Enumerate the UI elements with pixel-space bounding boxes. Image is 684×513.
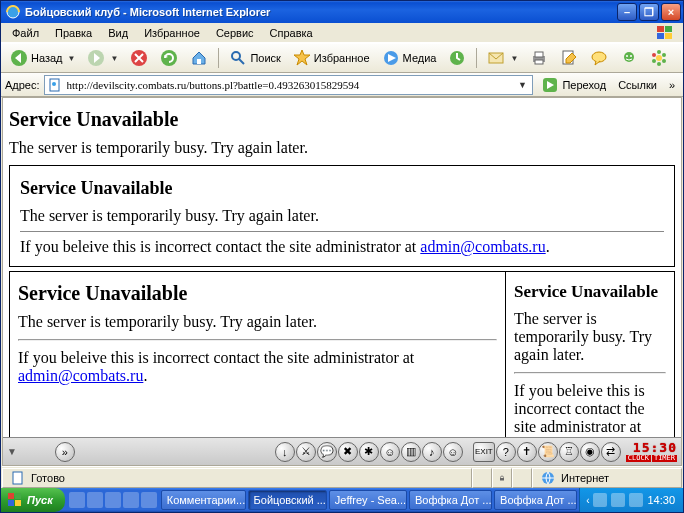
discuss-button[interactable] <box>585 46 613 70</box>
mail-button[interactable]: ▼ <box>482 46 523 70</box>
task-button[interactable]: Воффка Дот ... <box>494 490 577 510</box>
contact-line: If you beleive this is incorrect contact… <box>20 238 664 256</box>
gb-person-icon[interactable]: ☺ <box>380 442 400 462</box>
task-button[interactable]: Воффка Дот ... <box>409 490 492 510</box>
svg-point-19 <box>592 52 606 62</box>
svg-point-21 <box>626 55 628 57</box>
go-button[interactable]: Переход <box>537 76 610 94</box>
home-button[interactable] <box>185 46 213 70</box>
quicklaunch <box>65 492 161 508</box>
refresh-button[interactable] <box>155 46 183 70</box>
gb-chat-icon[interactable]: 💬 <box>317 442 337 462</box>
messenger-button[interactable] <box>615 46 643 70</box>
ql-item[interactable] <box>87 492 103 508</box>
gb-book-icon[interactable]: ▥ <box>401 442 421 462</box>
menu-edit[interactable]: Правка <box>48 25 99 41</box>
status-privacy-icon <box>492 468 512 488</box>
task-button[interactable]: Бойцовский ... <box>248 490 327 510</box>
search-button[interactable]: Поиск <box>224 46 285 70</box>
timer-label[interactable]: TIMER <box>652 455 677 462</box>
address-field-wrap[interactable]: ▼ <box>44 75 534 95</box>
media-button[interactable]: Медиа <box>377 46 442 70</box>
status-main: Готово <box>2 468 472 488</box>
task-button[interactable]: Комментарии... <box>161 490 246 510</box>
minimize-button[interactable]: – <box>617 3 637 21</box>
gb-tower-icon[interactable]: ♖ <box>559 442 579 462</box>
status-zone: Интернет <box>532 468 682 488</box>
maximize-button[interactable]: ❐ <box>639 3 659 21</box>
menu-help[interactable]: Справка <box>263 25 320 41</box>
svg-point-27 <box>657 62 661 66</box>
svg-rect-33 <box>13 472 22 484</box>
print-icon <box>530 49 548 67</box>
tray-item[interactable] <box>611 493 625 507</box>
separator <box>218 48 219 68</box>
print-button[interactable] <box>525 46 553 70</box>
chevron-right-icon[interactable]: » <box>665 79 679 91</box>
tray-item[interactable] <box>593 493 607 507</box>
address-input[interactable] <box>65 77 515 93</box>
menu-view[interactable]: Вид <box>101 25 135 41</box>
svg-rect-40 <box>15 500 21 506</box>
menu-file[interactable]: Файл <box>5 25 46 41</box>
gb-down-icon[interactable]: ↓ <box>275 442 295 462</box>
refresh-icon <box>160 49 178 67</box>
gb-sword-icon[interactable]: ⚔ <box>296 442 316 462</box>
svg-point-22 <box>630 55 632 57</box>
chevron-down-icon: ▼ <box>108 54 118 63</box>
links-button[interactable]: Ссылки <box>614 79 661 91</box>
ie-window: Бойцовский клуб - Microsoft Internet Exp… <box>0 0 684 513</box>
divider <box>514 372 666 374</box>
favorites-button[interactable]: Избранное <box>288 46 375 70</box>
gb-smile-icon[interactable]: ☺ <box>443 442 463 462</box>
icq-button[interactable] <box>645 46 673 70</box>
admin-email-link[interactable]: admin@combats.ru <box>18 367 143 384</box>
window-title: Бойцовский клуб - Microsoft Internet Exp… <box>25 6 617 18</box>
tray-expand-icon[interactable]: ‹ <box>586 495 589 506</box>
svg-rect-9 <box>197 59 201 64</box>
ql-item[interactable] <box>123 492 139 508</box>
gb-star-icon[interactable]: ✱ <box>359 442 379 462</box>
mail-icon <box>487 49 505 67</box>
chevron-down-icon[interactable]: ▼ <box>514 80 530 90</box>
gb-cross-icon[interactable]: ✝ <box>517 442 537 462</box>
gb-x-icon[interactable]: ✖ <box>338 442 358 462</box>
stop-button[interactable] <box>125 46 153 70</box>
ie-logo-icon <box>5 4 21 20</box>
chevron-down-icon[interactable]: ▼ <box>7 446 17 457</box>
edit-icon <box>560 49 578 67</box>
ql-item[interactable] <box>105 492 121 508</box>
gb-eye-icon[interactable]: ◉ <box>580 442 600 462</box>
gb-exit-button[interactable]: EXIT <box>473 442 495 462</box>
svg-point-28 <box>652 59 656 63</box>
ql-item[interactable] <box>69 492 85 508</box>
forward-button[interactable]: ▼ <box>82 46 123 70</box>
menu-tools[interactable]: Сервис <box>209 25 261 41</box>
gb-forward-icon[interactable]: » <box>55 442 75 462</box>
svg-rect-37 <box>8 493 14 499</box>
gb-stats-icon[interactable]: ⇄ <box>601 442 621 462</box>
svg-rect-3 <box>657 33 664 39</box>
menubar: Файл Правка Вид Избранное Сервис Справка <box>1 23 683 43</box>
address-label: Адрес: <box>5 79 40 91</box>
close-button[interactable]: × <box>661 3 681 21</box>
addressbar: Адрес: ▼ Переход Ссылки » <box>1 73 683 97</box>
back-label: Назад <box>31 52 63 64</box>
frame-right: Service Unavailable The server is tempor… <box>505 271 675 445</box>
tray-item[interactable] <box>629 493 643 507</box>
ql-item[interactable] <box>141 492 157 508</box>
gb-music-icon[interactable]: ♪ <box>422 442 442 462</box>
menu-favorites[interactable]: Избранное <box>137 25 207 41</box>
gb-scroll-icon[interactable]: 📜 <box>538 442 558 462</box>
admin-email-link[interactable]: admin@combats.ru <box>420 238 545 255</box>
error-heading: Service Unavailable <box>18 282 497 305</box>
clock-label[interactable]: CLOCK <box>626 455 651 462</box>
task-button[interactable]: Jeffrey - Sea... <box>329 490 407 510</box>
gb-help-icon[interactable]: ? <box>496 442 516 462</box>
start-button[interactable]: Пуск <box>1 488 65 512</box>
edit-button[interactable] <box>555 46 583 70</box>
back-button[interactable]: Назад ▼ <box>5 46 80 70</box>
history-button[interactable] <box>443 46 471 70</box>
favorites-label: Избранное <box>314 52 370 64</box>
svg-point-26 <box>662 59 666 63</box>
